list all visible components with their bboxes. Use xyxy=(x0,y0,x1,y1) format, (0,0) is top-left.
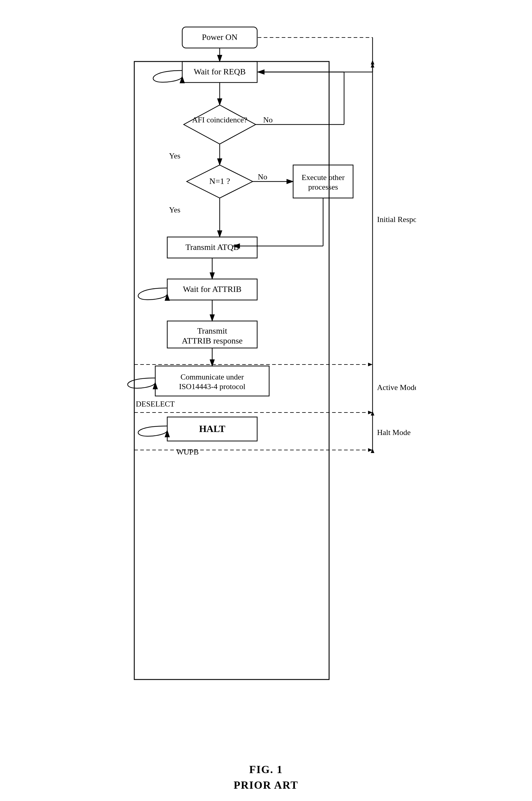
halt-mode-label: Halt Mode xyxy=(377,428,411,437)
afi-coincidence-label: AFI coincidence? xyxy=(192,115,247,124)
svg-marker-27 xyxy=(368,363,373,366)
wait-attrib-label: Wait for ATTRIB xyxy=(183,285,241,294)
power-on-label: Power ON xyxy=(202,32,238,42)
execute-other-label: Execute other xyxy=(302,173,345,182)
caption-area: FIG. 1 PRIOR ART xyxy=(234,763,299,791)
communicate-label: Communicate under xyxy=(180,372,244,381)
flowchart-svg: Power ON Wait for REQB AFI coincidence? … xyxy=(116,18,416,753)
svg-marker-9 xyxy=(184,105,256,144)
communicate-label2: ISO14443-4 protocol xyxy=(179,382,245,391)
transmit-attrib-resp-label2: ATTRIB response xyxy=(182,336,243,345)
execute-other-label2: processes xyxy=(308,183,338,192)
wait-reqb-label: Wait for REQB xyxy=(194,67,246,76)
svg-marker-42 xyxy=(371,60,374,65)
svg-marker-39 xyxy=(371,449,374,453)
svg-marker-38 xyxy=(371,411,374,416)
prior-art-label: PRIOR ART xyxy=(234,779,299,791)
fig-label: FIG. 1 xyxy=(234,763,299,776)
transmit-attrib-resp-label: Transmit xyxy=(197,326,227,335)
n-equals-1-label: N=1 ? xyxy=(209,177,230,186)
diagram-container: Power ON Wait for REQB AFI coincidence? … xyxy=(116,18,416,754)
svg-rect-4 xyxy=(134,61,329,679)
n1-no-label: No xyxy=(258,172,267,181)
transmit-atqb-label: Transmit ATQB xyxy=(185,242,239,252)
wupb-label: WUPB xyxy=(176,448,199,456)
afi-no-label: No xyxy=(263,115,273,124)
deselect-label: DESELECT xyxy=(136,400,175,408)
afi-yes-label: Yes xyxy=(169,151,180,160)
active-mode-label: Active Mode xyxy=(377,383,416,392)
initial-response-label: Initial Response xyxy=(377,215,416,224)
halt-label: HALT xyxy=(199,423,225,434)
n1-yes-label: Yes xyxy=(169,205,180,214)
